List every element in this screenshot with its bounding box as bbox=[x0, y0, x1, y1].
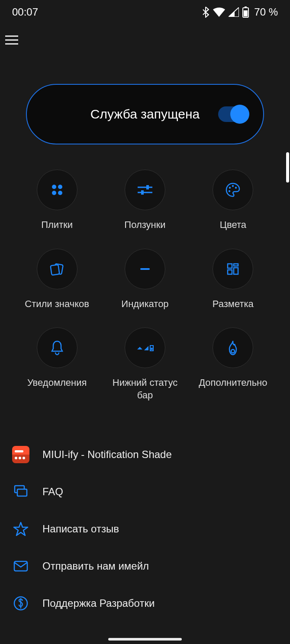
scroll-indicator bbox=[286, 152, 289, 183]
svg-rect-2 bbox=[244, 10, 248, 16]
svg-point-12 bbox=[232, 185, 234, 187]
grid-item-layout[interactable]: Разметка bbox=[193, 249, 273, 311]
grid-label: Плитки bbox=[41, 219, 73, 231]
svg-rect-23 bbox=[151, 348, 152, 350]
status-bar: 00:07 70 % bbox=[0, 0, 290, 24]
svg-rect-26 bbox=[17, 489, 27, 496]
app-logo-icon bbox=[12, 446, 29, 463]
grid-label: Уведомления bbox=[27, 377, 87, 389]
bell-icon bbox=[50, 340, 64, 356]
grid-item-statusbar[interactable]: Нижний статус бар bbox=[105, 327, 184, 401]
grid-label: Стили значков bbox=[25, 298, 89, 311]
iconstyle-icon bbox=[48, 262, 66, 276]
nav-handle[interactable] bbox=[108, 638, 182, 641]
grid-item-tiles[interactable]: Плитки bbox=[17, 170, 97, 231]
grid-label: Разметка bbox=[213, 298, 254, 311]
grid-label: Ползунки bbox=[124, 219, 165, 231]
svg-rect-10 bbox=[141, 190, 144, 195]
svg-rect-21 bbox=[228, 270, 232, 274]
signal-icon bbox=[229, 7, 239, 17]
grid-item-indicator[interactable]: Индикатор bbox=[105, 249, 184, 311]
battery-percent: 70 % bbox=[254, 6, 278, 18]
svg-point-11 bbox=[229, 187, 231, 189]
svg-point-13 bbox=[235, 187, 237, 189]
mail-icon bbox=[13, 560, 29, 572]
info-list: MIUI-ify - Notification Shade FAQ Написа… bbox=[12, 436, 278, 622]
list-label: MIUI-ify - Notification Shade bbox=[42, 449, 172, 461]
dollar-icon bbox=[13, 596, 29, 611]
clock: 00:07 bbox=[12, 6, 38, 18]
svg-rect-27 bbox=[14, 561, 27, 571]
fire-icon bbox=[226, 340, 239, 356]
grid-item-colors[interactable]: Цвета bbox=[193, 170, 273, 231]
faq-icon bbox=[13, 484, 29, 500]
layout-icon bbox=[226, 262, 240, 276]
list-item-email[interactable]: Отправить нам имейл bbox=[12, 548, 278, 585]
grid-item-icon-styles[interactable]: Стили значков bbox=[17, 249, 97, 311]
grid-label: Цвета bbox=[220, 219, 246, 231]
svg-rect-8 bbox=[146, 185, 149, 189]
service-status-label: Служба запущена bbox=[90, 107, 200, 122]
svg-rect-19 bbox=[234, 264, 238, 266]
statusbar-icon bbox=[135, 343, 155, 353]
menu-button[interactable] bbox=[5, 30, 24, 49]
svg-point-6 bbox=[58, 191, 62, 195]
list-label: FAQ bbox=[42, 486, 63, 498]
svg-rect-1 bbox=[245, 6, 247, 8]
grid-label: Индикатор bbox=[121, 298, 168, 311]
service-switch[interactable] bbox=[218, 106, 248, 122]
settings-grid: Плитки Ползунки Цвета Стили значков Инди… bbox=[17, 170, 273, 401]
bluetooth-icon bbox=[203, 6, 209, 18]
svg-point-14 bbox=[229, 190, 230, 192]
tiles-icon bbox=[50, 183, 64, 197]
indicator-icon bbox=[138, 262, 152, 276]
wifi-icon bbox=[213, 7, 225, 17]
grid-label: Нижний статус бар bbox=[106, 377, 184, 401]
grid-item-extra[interactable]: Дополнительно bbox=[193, 327, 273, 401]
app-bar bbox=[0, 24, 290, 49]
grid-label: Дополнительно bbox=[199, 377, 267, 389]
list-label: Написать отзыв bbox=[42, 523, 119, 535]
battery-icon bbox=[242, 6, 249, 18]
sliders-icon bbox=[137, 183, 153, 196]
palette-icon bbox=[225, 182, 241, 198]
svg-rect-20 bbox=[234, 268, 238, 274]
list-item-app[interactable]: MIUI-ify - Notification Shade bbox=[12, 436, 278, 473]
svg-point-5 bbox=[52, 191, 56, 195]
svg-point-3 bbox=[52, 185, 56, 189]
grid-item-notifications[interactable]: Уведомления bbox=[17, 327, 97, 401]
svg-rect-16 bbox=[50, 264, 59, 275]
status-icons: 70 % bbox=[203, 6, 278, 18]
grid-item-sliders[interactable]: Ползунки bbox=[105, 170, 184, 231]
svg-rect-18 bbox=[228, 264, 232, 268]
svg-point-4 bbox=[58, 185, 62, 189]
list-item-faq[interactable]: FAQ bbox=[12, 473, 278, 510]
list-item-support[interactable]: Поддержка Разработки bbox=[12, 585, 278, 622]
service-toggle-card[interactable]: Служба запущена bbox=[26, 84, 264, 144]
star-icon bbox=[13, 521, 29, 537]
list-label: Отправить нам имейл bbox=[42, 560, 149, 572]
list-label: Поддержка Разработки bbox=[42, 597, 155, 609]
list-item-review[interactable]: Написать отзыв bbox=[12, 510, 278, 548]
svg-point-24 bbox=[231, 349, 235, 353]
